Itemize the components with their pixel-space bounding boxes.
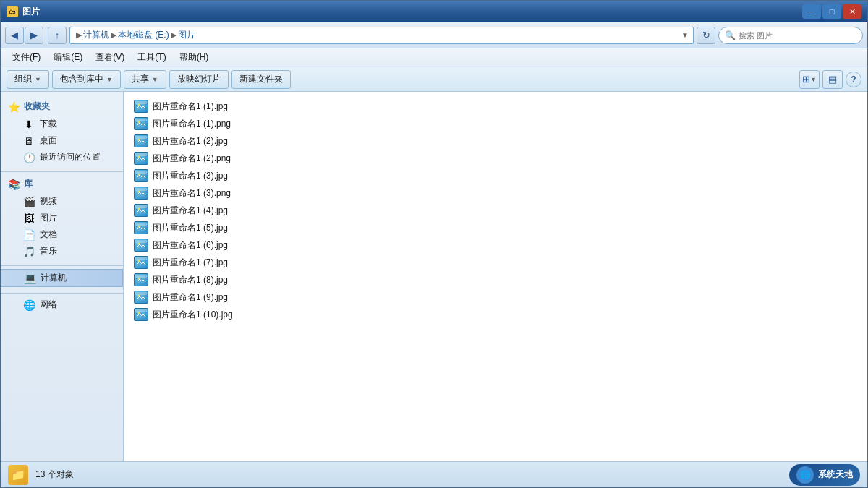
file-item[interactable]: 图片重命名1 (3).png — [129, 184, 861, 202]
sidebar-item-downloads[interactable]: ⬇ 下载 — [1, 116, 123, 132]
file-item[interactable]: 图片重命名1 (6).jpg — [129, 236, 861, 254]
menu-tools[interactable]: 工具(T) — [132, 50, 171, 65]
sidebar-item-network[interactable]: 🌐 网络 — [1, 296, 123, 313]
library-icon: 📚 — [8, 179, 20, 190]
up-button[interactable]: ↑ — [48, 27, 67, 44]
new-folder-label: 新建文件夹 — [239, 73, 283, 85]
address-box[interactable]: ▶ 计算机 ▶ 本地磁盘 (E:) ▶ 图片 ▼ — [69, 27, 694, 44]
path-computer[interactable]: 计算机 — [83, 29, 109, 41]
forward-button[interactable]: ▶ — [25, 27, 43, 44]
desktop-label: 桌面 — [40, 134, 57, 147]
svg-rect-18 — [137, 259, 145, 266]
svg-rect-20 — [137, 276, 145, 283]
svg-rect-10 — [137, 189, 145, 197]
organize-arrow: ▼ — [35, 76, 41, 83]
window-icon: 🗂 — [7, 6, 18, 17]
favorites-icon: ⭐ — [8, 101, 20, 113]
file-type-icon — [134, 273, 148, 286]
menu-edit[interactable]: 编辑(E) — [48, 50, 88, 65]
minimize-button[interactable]: ─ — [802, 4, 821, 19]
sidebar-library-section: 📚 库 🎬 视频 🖼 图片 📄 文档 🎵 音乐 — [1, 175, 123, 260]
slideshow-button[interactable]: 放映幻灯片 — [169, 70, 229, 89]
sidebar-favorites-header[interactable]: ⭐ 收藏夹 — [1, 98, 123, 116]
file-item[interactable]: 图片重命名1 (9).jpg — [129, 288, 861, 306]
address-dropdown[interactable]: ▼ — [681, 31, 689, 39]
file-icon — [134, 256, 148, 269]
network-label: 网络 — [40, 299, 57, 311]
slideshow-label: 放映幻灯片 — [177, 73, 221, 85]
include-library-arrow: ▼ — [106, 76, 113, 83]
file-item[interactable]: 图片重命名1 (5).jpg — [129, 219, 861, 236]
file-name: 图片重命名1 (2).jpg — [153, 135, 228, 147]
file-item[interactable]: 图片重命名1 (1).png — [129, 115, 861, 132]
file-icon — [134, 291, 148, 304]
menu-view[interactable]: 查看(V) — [90, 50, 130, 65]
svg-rect-4 — [137, 137, 145, 145]
sidebar-item-video[interactable]: 🎬 视频 — [1, 193, 123, 210]
sidebar-item-pictures[interactable]: 🖼 图片 — [1, 210, 123, 226]
sidebar-network-section: 🌐 网络 — [1, 296, 123, 313]
file-item[interactable]: 图片重命名1 (2).jpg — [129, 132, 861, 150]
file-type-icon — [134, 256, 148, 269]
toolbar-right: ⊞ ▼ ▤ ? — [799, 70, 861, 89]
file-name: 图片重命名1 (5).jpg — [153, 222, 228, 234]
file-icon — [134, 187, 148, 200]
share-label: 共享 — [132, 73, 149, 85]
svg-rect-16 — [137, 241, 145, 249]
sidebar-favorites-section: ⭐ 收藏夹 ⬇ 下载 🖥 桌面 🕐 最近访问的位置 — [1, 98, 123, 166]
back-button[interactable]: ◀ — [5, 27, 24, 44]
address-path: ▶ 计算机 ▶ 本地磁盘 (E:) ▶ 图片 — [75, 29, 195, 41]
sidebar-library-header[interactable]: 📚 库 — [1, 175, 123, 193]
path-folder[interactable]: 图片 — [178, 29, 195, 41]
file-item[interactable]: 图片重命名1 (2).png — [129, 150, 861, 167]
sidebar-item-music[interactable]: 🎵 音乐 — [1, 243, 123, 260]
sidebar-item-desktop[interactable]: 🖥 桌面 — [1, 132, 123, 149]
file-name: 图片重命名1 (3).png — [153, 187, 231, 200]
pictures-label: 图片 — [40, 212, 57, 224]
file-list: 图片重命名1 (1).jpg图片重命名1 (1).png图片重命名1 (2).j… — [129, 98, 861, 323]
refresh-button[interactable]: ↻ — [697, 27, 715, 44]
sidebar-item-recent[interactable]: 🕐 最近访问的位置 — [1, 149, 123, 166]
main-area: ⭐ 收藏夹 ⬇ 下载 🖥 桌面 🕐 最近访问的位置 — [1, 92, 867, 461]
svg-rect-24 — [137, 311, 145, 318]
file-icon — [134, 134, 148, 147]
file-item[interactable]: 图片重命名1 (7).jpg — [129, 254, 861, 271]
new-folder-button[interactable]: 新建文件夹 — [231, 70, 291, 89]
svg-rect-12 — [137, 207, 145, 214]
file-type-icon — [134, 308, 148, 321]
file-item[interactable]: 图片重命名1 (3).jpg — [129, 167, 861, 184]
organize-button[interactable]: 组织 ▼ — [7, 70, 49, 89]
file-item[interactable]: 图片重命名1 (8).jpg — [129, 271, 861, 288]
svg-rect-6 — [137, 155, 145, 162]
maximize-button[interactable]: □ — [822, 4, 841, 19]
sidebar-divider-2 — [1, 265, 123, 266]
sidebar-item-documents[interactable]: 📄 文档 — [1, 226, 123, 243]
file-item[interactable]: 图片重命名1 (1).jpg — [129, 98, 861, 115]
computer-icon: 💻 — [23, 273, 36, 284]
view-button[interactable]: ⊞ ▼ — [799, 70, 820, 89]
layout-button[interactable]: ▤ — [822, 70, 843, 89]
file-type-icon — [134, 291, 148, 304]
share-button[interactable]: 共享 ▼ — [124, 70, 166, 89]
path-sep-2: ▶ — [171, 30, 176, 40]
file-item[interactable]: 图片重命名1 (4).jpg — [129, 202, 861, 219]
help-button[interactable]: ? — [846, 72, 861, 87]
sidebar-divider-3 — [1, 293, 123, 294]
status-right: 🌐 系统天地 — [789, 464, 860, 486]
search-input[interactable] — [739, 31, 856, 40]
file-name: 图片重命名1 (9).jpg — [153, 291, 228, 304]
path-drive[interactable]: 本地磁盘 (E:) — [118, 29, 169, 41]
menu-help[interactable]: 帮助(H) — [174, 50, 215, 65]
menu-file[interactable]: 文件(F) — [7, 50, 46, 65]
file-item[interactable]: 图片重命名1 (10).jpg — [129, 306, 861, 323]
music-label: 音乐 — [40, 245, 57, 257]
title-bar-left: 🗂 图片 — [7, 6, 40, 18]
sidebar-item-computer[interactable]: 💻 计算机 — [1, 269, 123, 287]
file-icon — [134, 152, 148, 165]
close-button[interactable]: ✕ — [843, 4, 861, 19]
desktop-icon: 🖥 — [22, 135, 35, 147]
window-controls: ─ □ ✕ — [802, 4, 861, 19]
network-icon: 🌐 — [22, 299, 35, 311]
include-library-button[interactable]: 包含到库中 ▼ — [52, 70, 121, 89]
file-type-icon — [134, 239, 148, 252]
